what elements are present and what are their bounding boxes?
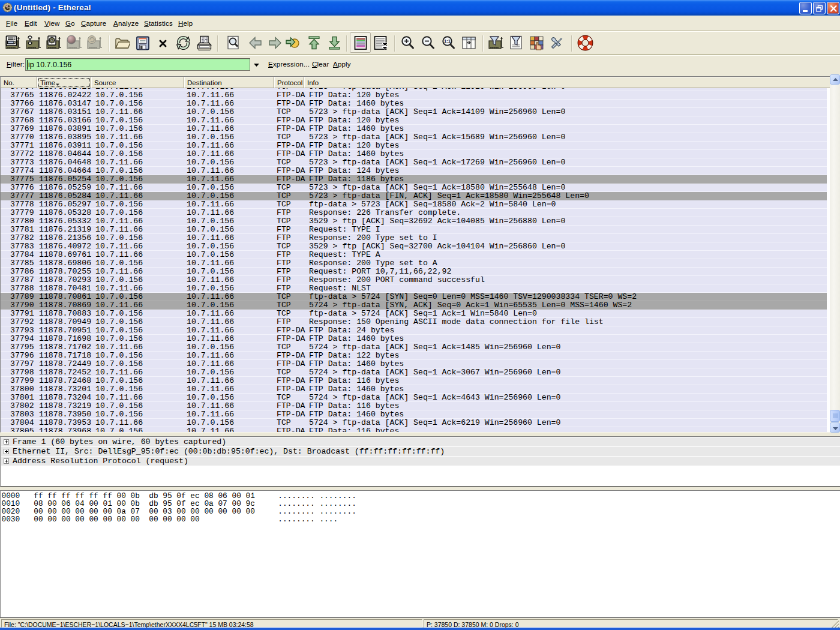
- svg-text:1:1: 1:1: [444, 38, 451, 44]
